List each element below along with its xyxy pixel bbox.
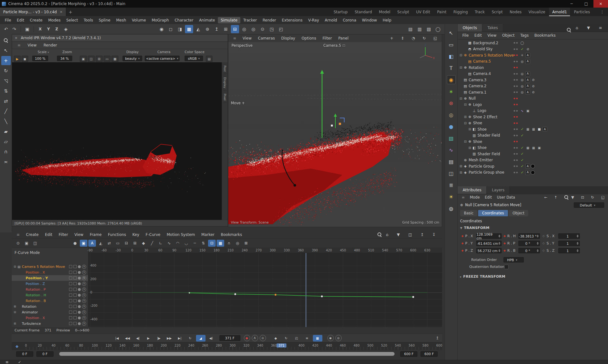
expander-icon[interactable]: ⊞	[459, 164, 463, 168]
layout-paint[interactable]: Paint	[434, 8, 450, 16]
paint-tool[interactable]: ▰	[1, 127, 11, 136]
ripple-edit-icon[interactable]: ⊞	[131, 240, 139, 247]
colorspace-select[interactable]: sRGB▾	[185, 56, 203, 61]
menu-render[interactable]: Render	[260, 17, 279, 23]
sx-field[interactable]: 1	[558, 233, 580, 239]
visibility-dots[interactable]	[514, 73, 518, 75]
rh-keyframe-diamond[interactable]: ◆	[504, 234, 506, 238]
new-tab-button[interactable]: +	[66, 8, 75, 16]
layout-particles[interactable]: Particles	[571, 8, 593, 16]
select-mode-icon[interactable]: ↖	[447, 28, 456, 37]
display-select[interactable]: beauty▾	[123, 56, 142, 61]
track-dot-icon[interactable]	[78, 277, 81, 280]
tree-item-null[interactable]: ⊟⊕Null	[458, 96, 608, 102]
move-horizontal-icon[interactable]: ⇄	[105, 240, 113, 247]
ipr-menu-render[interactable]: Render	[41, 42, 60, 48]
key-pointer-icon[interactable]: ◫	[31, 240, 39, 247]
tree-item-camera-5-rotation-move[interactable]: ⊟⊕Camera 5 Rotation Move+A	[458, 52, 608, 59]
render-settings-button[interactable]: ▧	[425, 25, 433, 33]
track-toggles[interactable]: S	[69, 287, 86, 292]
off-tag-icon[interactable]: ⊘	[525, 46, 530, 52]
viewport-scene[interactable]: Perspective Camera.5 ⊡ Move + View Trans…	[228, 42, 442, 227]
expander-icon[interactable]: ⊟	[463, 121, 467, 125]
layout-standard[interactable]: Standard	[352, 8, 375, 16]
visibility-dots[interactable]	[514, 128, 518, 130]
close-tab-icon[interactable]: ×	[60, 10, 62, 14]
grid-tag-icon[interactable]: ▦	[531, 127, 536, 132]
mute-toggle[interactable]	[69, 322, 72, 325]
layout-script[interactable]: Script	[489, 8, 506, 16]
track-position-y[interactable]: Position . YS	[12, 275, 88, 281]
status-ready-icon[interactable]: ✓	[15, 359, 24, 364]
ease-out-icon[interactable]: ◡	[182, 240, 190, 247]
record-keyframe-button[interactable]: ●	[244, 335, 250, 341]
tree-item-shoe[interactable]: ⊞◧Shoe✓▦▦■A	[458, 126, 608, 133]
layout-visualize[interactable]: Visualize	[525, 8, 548, 16]
region-tool-icon[interactable]: ▭	[114, 240, 122, 247]
solo-badge-icon[interactable]: S	[82, 265, 86, 269]
cache-icon[interactable]: ↥	[212, 25, 221, 33]
status-menu-icon[interactable]: ≡	[3, 359, 11, 364]
visibility-dots[interactable]	[514, 79, 518, 81]
track-position-x[interactable]: Position . XS	[12, 269, 88, 275]
tree-item-logo[interactable]: ⊥Logo∿▣	[458, 108, 608, 114]
current-frame-field[interactable]: 371 F	[219, 335, 240, 341]
rect-select-icon[interactable]: ▭	[447, 40, 456, 49]
grid-tag-icon[interactable]: ▦	[525, 127, 530, 132]
py-field[interactable]: -61.6431 cm	[476, 241, 502, 246]
cloth-icon[interactable]: ▧	[447, 134, 456, 143]
visibility-dots[interactable]	[514, 91, 518, 93]
visibility-dots[interactable]	[514, 61, 518, 62]
key-box-icon[interactable]: ▣	[23, 240, 30, 247]
atag-tag-icon[interactable]: A	[525, 71, 530, 76]
tab-attributes[interactable]: Attributes	[458, 186, 487, 194]
px-keyframe-diamond[interactable]: ◆	[461, 234, 464, 238]
visibility-dots[interactable]	[514, 122, 518, 124]
layout-arnold1[interactable]: Arnold1	[549, 8, 570, 16]
render-picture-viewer-button[interactable]: ▥	[415, 25, 424, 33]
track-toggles[interactable]: S	[69, 310, 86, 314]
rigid-body-icon[interactable]: ◻	[167, 25, 175, 33]
keyframe-diamond-icon[interactable]: ◆	[16, 344, 18, 349]
sx-keyframe-diamond[interactable]: ◇	[542, 234, 545, 238]
rb-field[interactable]: 0 °	[518, 248, 540, 253]
check-tag-icon[interactable]: ✓	[520, 157, 525, 163]
camera-swap-icon[interactable]: ⊡	[342, 43, 345, 48]
menu-arnold[interactable]: Arnold	[322, 17, 340, 23]
keying-gear-icon[interactable]: ⊙	[258, 25, 267, 33]
solo-toggle[interactable]	[73, 322, 77, 325]
spline-interp-icon[interactable]: ∿	[165, 240, 173, 247]
maximize-view-icon[interactable]: ◱	[431, 35, 440, 41]
visibility-dots[interactable]	[514, 110, 518, 112]
play-mode-button[interactable]: ◢	[196, 335, 206, 342]
viewport-menu-display[interactable]: Display	[278, 35, 298, 41]
spline-tag-icon[interactable]: ∿	[520, 108, 525, 113]
track-dot-icon[interactable]	[78, 317, 81, 319]
fcurve-menu-bookmarks[interactable]: Bookmarks	[218, 231, 245, 238]
visibility-dots[interactable]	[514, 54, 518, 56]
render-strip-icon[interactable]: ▤	[447, 157, 456, 166]
dolly-icon[interactable]: ↕	[398, 35, 407, 41]
menu-animate[interactable]: Animate	[196, 17, 218, 23]
check-tag-icon[interactable]: ✓	[520, 164, 525, 169]
perspective-viewport[interactable]: ≡ ViewCamerasDisplayOptionsFilterPanel +…	[228, 34, 442, 227]
menu-tools[interactable]: Tools	[81, 17, 96, 23]
record-rotation-icon[interactable]: ↻	[282, 335, 291, 342]
mute-toggle[interactable]	[69, 311, 72, 314]
ipr-side-tab-pixel[interactable]: Pixel	[223, 92, 227, 103]
ipr-play-button[interactable]: ▶	[14, 56, 21, 62]
keyframe-preset-button[interactable]: ◎	[335, 335, 342, 341]
lock-keys-icon[interactable]: ⊠	[242, 240, 250, 247]
track-toggles[interactable]: S	[69, 322, 86, 326]
ipr-camera-button[interactable]: ▤	[206, 56, 212, 62]
fcurve-menu-functions[interactable]: Functions	[105, 231, 129, 238]
expander-icon[interactable]: ⊞	[13, 305, 17, 308]
quaternion-checkbox[interactable]	[504, 265, 509, 269]
viewport-grip-icon[interactable]: ≡	[230, 35, 239, 41]
viewport-menu-filter[interactable]: Filter	[320, 35, 335, 41]
objects-menu-bookmarks[interactable]: Bookmarks	[532, 32, 559, 39]
record-pla-icon[interactable]: ▦	[313, 335, 322, 342]
grid-tag-icon[interactable]: ▦	[531, 145, 536, 150]
lock-workplane-icon[interactable]: ◰	[277, 25, 285, 33]
loop-mode-button[interactable]: ↻	[186, 335, 195, 342]
